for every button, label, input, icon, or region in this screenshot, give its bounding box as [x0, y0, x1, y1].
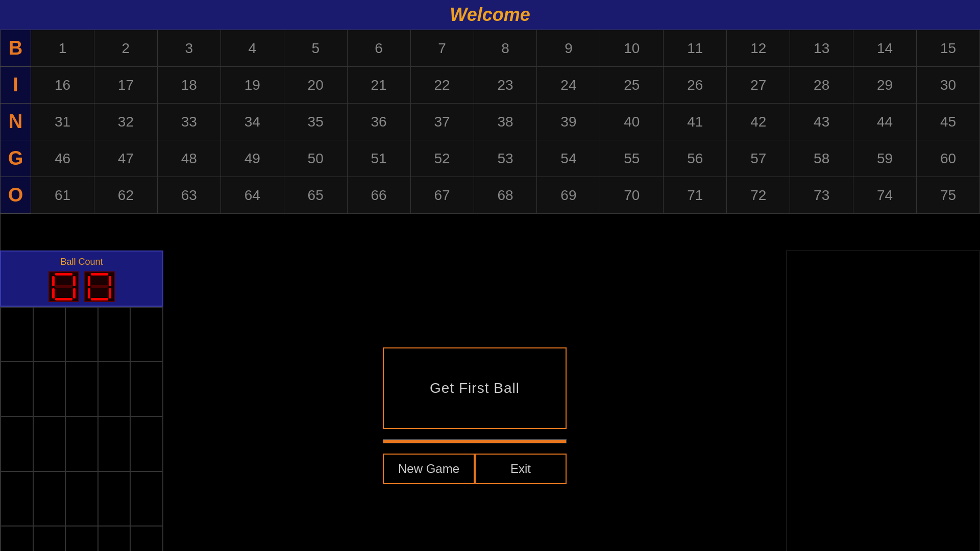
svg-rect-11 — [73, 288, 76, 298]
card-cell — [98, 416, 131, 471]
cell-36: 36 — [348, 104, 411, 140]
cell-31: 31 — [31, 104, 94, 140]
bingo-letter-i: I — [1, 67, 31, 104]
cell-60: 60 — [917, 140, 980, 177]
card-cell — [1, 526, 33, 551]
cell-67: 67 — [411, 177, 474, 214]
cell-13: 13 — [790, 30, 853, 67]
cell-35: 35 — [284, 104, 348, 140]
cell-14: 14 — [853, 30, 917, 67]
svg-rect-9 — [73, 276, 76, 286]
cell-66: 66 — [348, 177, 411, 214]
card-cell — [130, 416, 163, 471]
left-panel: Ball Count — [0, 251, 163, 551]
cell-65: 65 — [284, 177, 348, 214]
cell-47: 47 — [94, 140, 158, 177]
cell-57: 57 — [727, 140, 790, 177]
cell-7: 7 — [411, 30, 474, 67]
card-cell — [1, 362, 33, 416]
card-cell — [98, 307, 131, 362]
card-cell — [1, 307, 33, 362]
cell-61: 61 — [31, 177, 94, 214]
cell-53: 53 — [474, 140, 537, 177]
bingo-letter-n: N — [1, 104, 31, 140]
cell-49: 49 — [221, 140, 284, 177]
card-cell — [130, 471, 163, 526]
cell-30: 30 — [917, 67, 980, 104]
card-cell — [33, 362, 66, 416]
cell-38: 38 — [474, 104, 537, 140]
cell-6: 6 — [348, 30, 411, 67]
cell-45: 45 — [917, 104, 980, 140]
card-cell — [65, 416, 98, 471]
cell-23: 23 — [474, 67, 537, 104]
cell-34: 34 — [221, 104, 284, 140]
progress-bar — [383, 440, 566, 443]
cell-71: 71 — [664, 177, 727, 214]
bingo-letter-o: O — [1, 177, 31, 214]
card-cell — [98, 362, 131, 416]
bottom-buttons: New Game Exit — [383, 454, 567, 484]
led-digit-tens — [48, 271, 79, 302]
svg-rect-25 — [91, 298, 108, 300]
cell-19: 19 — [221, 67, 284, 104]
svg-rect-24 — [109, 288, 111, 298]
bottom-area: Ball Count — [0, 251, 980, 551]
header: Welcome — [0, 0, 980, 30]
cell-24: 24 — [537, 67, 600, 104]
cell-3: 3 — [158, 30, 221, 67]
cell-51: 51 — [348, 140, 411, 177]
card-cell — [98, 526, 131, 551]
cell-9: 9 — [537, 30, 600, 67]
card-cell — [98, 471, 131, 526]
bingo-letter-g: G — [1, 140, 31, 177]
get-first-ball-button[interactable]: Get First Ball — [383, 347, 567, 429]
cell-44: 44 — [853, 104, 917, 140]
cell-52: 52 — [411, 140, 474, 177]
cell-72: 72 — [727, 177, 790, 214]
cell-54: 54 — [537, 140, 600, 177]
cell-8: 8 — [474, 30, 537, 67]
card-cell — [33, 526, 66, 551]
svg-rect-20 — [91, 273, 108, 276]
cell-10: 10 — [600, 30, 664, 67]
cell-17: 17 — [94, 67, 158, 104]
cell-26: 26 — [664, 67, 727, 104]
svg-rect-8 — [52, 276, 55, 286]
svg-rect-12 — [55, 298, 72, 300]
cell-62: 62 — [94, 177, 158, 214]
new-game-button[interactable]: New Game — [383, 454, 475, 484]
card-cell — [130, 307, 163, 362]
card-cell — [130, 526, 163, 551]
cell-74: 74 — [853, 177, 917, 214]
led-digit-units — [84, 271, 115, 302]
cell-73: 73 — [790, 177, 853, 214]
exit-button[interactable]: Exit — [475, 454, 567, 484]
card-cell — [1, 471, 33, 526]
cell-42: 42 — [727, 104, 790, 140]
cell-39: 39 — [537, 104, 600, 140]
cell-12: 12 — [727, 30, 790, 67]
cell-46: 46 — [31, 140, 94, 177]
cell-5: 5 — [284, 30, 348, 67]
card-grid — [0, 307, 163, 551]
svg-rect-22 — [109, 276, 111, 286]
cell-32: 32 — [94, 104, 158, 140]
cell-25: 25 — [600, 67, 664, 104]
cell-56: 56 — [664, 140, 727, 177]
card-cell — [33, 307, 66, 362]
right-panel — [786, 251, 980, 551]
cell-16: 16 — [31, 67, 94, 104]
cell-11: 11 — [664, 30, 727, 67]
card-cell — [1, 416, 33, 471]
cell-75: 75 — [917, 177, 980, 214]
card-cell — [65, 526, 98, 551]
progress-bar-container — [383, 439, 567, 443]
cell-37: 37 — [411, 104, 474, 140]
cell-29: 29 — [853, 67, 917, 104]
cell-18: 18 — [158, 67, 221, 104]
cell-48: 48 — [158, 140, 221, 177]
card-cell — [65, 471, 98, 526]
cell-70: 70 — [600, 177, 664, 214]
cell-59: 59 — [853, 140, 917, 177]
